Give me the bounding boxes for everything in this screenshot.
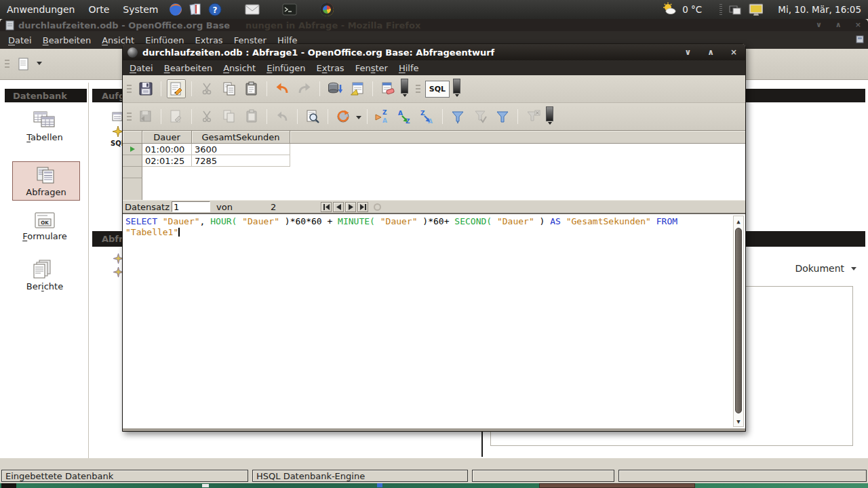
autofilter-button[interactable] [448, 107, 467, 126]
maximize-button[interactable]: ∧ [835, 19, 842, 31]
refresh-dropdown[interactable] [356, 116, 361, 122]
document-window-icon[interactable] [856, 35, 864, 43]
sidebar-item-abfragen[interactable]: Abfragen [12, 161, 80, 201]
menu-item-datei[interactable]: Datei [124, 61, 159, 75]
window-resize-edge[interactable] [123, 428, 745, 431]
distro-logo-icon[interactable] [319, 2, 334, 17]
menu-item-datei[interactable]: Datei [3, 33, 37, 47]
redo-button[interactable] [295, 79, 314, 98]
toolbar-separator [297, 109, 298, 124]
toolbar-grip[interactable] [127, 85, 132, 94]
refresh-button[interactable] [334, 107, 353, 126]
sql-editor[interactable]: SELECT "Dauer", HOUR( "Dauer" )*60*60 + … [123, 213, 745, 428]
menu-item-system[interactable]: System [116, 0, 165, 19]
sql-scrollbar[interactable]: ▲ ▼ [733, 216, 744, 427]
save-button[interactable] [136, 79, 155, 98]
cut-button[interactable] [197, 107, 216, 126]
undo-data-button[interactable] [273, 107, 292, 126]
close-button[interactable]: × [855, 19, 861, 31]
menu-item-bearbeiten[interactable]: Bearbeiten [37, 33, 96, 47]
chevron-down-icon [851, 267, 856, 273]
sql-view-button[interactable]: SQL [425, 81, 450, 98]
new-document-dropdown[interactable] [37, 61, 42, 68]
edit-data-button[interactable] [167, 107, 186, 126]
menu-item-bearbeiten[interactable]: Bearbeiten [159, 61, 218, 75]
scrollbar-thumb[interactable] [735, 228, 742, 413]
column-header-dauer[interactable]: Dauer [142, 131, 192, 143]
record-number-input[interactable] [172, 201, 210, 212]
query-design-titlebar[interactable]: durchlaufzeiten.odb : Abfrage1 - OpenOff… [123, 44, 745, 60]
last-record-button[interactable] [357, 202, 368, 212]
queries-icon [34, 166, 58, 185]
sort-descending-button[interactable]: ZA [418, 107, 437, 126]
toolbar-grip[interactable] [5, 60, 9, 68]
sort-ascending-button[interactable]: AZ [395, 107, 414, 126]
apply-filter-button[interactable] [471, 107, 490, 126]
new-document-button[interactable] [14, 55, 33, 74]
toolbar-overflow-dropdown[interactable] [453, 79, 460, 99]
menu-item-anwendungen[interactable]: Anwendungen [0, 0, 81, 19]
scroll-up-icon[interactable]: ▲ [734, 216, 743, 226]
row-header[interactable] [123, 167, 142, 178]
remove-filter-button[interactable] [524, 107, 542, 126]
sidebar-item-tabellen[interactable]: Tabellen [9, 110, 80, 142]
mail-icon[interactable] [245, 2, 260, 17]
window-selector-icon[interactable] [728, 2, 743, 17]
sidebar-item-berichte[interactable]: Berichte [9, 259, 80, 291]
menu-item-einfugen[interactable]: Einfügen [261, 61, 311, 75]
menu-item-hilfe[interactable]: Hilfe [393, 61, 425, 75]
clock-label[interactable]: Mi, 10. Mär, 16:05 [778, 4, 861, 15]
base-main-titlebar[interactable]: durchlaufzeiten.odb - OpenOffice.org Bas… [0, 19, 868, 31]
toolbar-overflow-dropdown[interactable] [546, 106, 553, 127]
menu-item-orte[interactable]: Orte [81, 0, 116, 19]
scroll-down-icon[interactable]: ▼ [734, 416, 743, 426]
save-record-button[interactable] [136, 107, 155, 126]
maximize-button[interactable]: ∧ [707, 44, 714, 60]
weather-icon[interactable] [662, 2, 677, 17]
previous-record-button[interactable] [333, 202, 344, 212]
toolbar-overflow-dropdown[interactable] [401, 79, 408, 99]
record-nav-buttons [321, 201, 381, 214]
cut-button[interactable] [197, 79, 216, 98]
statusbar: Eingebettete Datenbank HSQL Datenbank-En… [0, 469, 868, 483]
display-icon[interactable] [748, 2, 763, 17]
column-header-gesamtsekunden[interactable]: GesamtSekunden [192, 131, 290, 143]
paste-button[interactable] [242, 107, 261, 126]
menu-item-fenster[interactable]: Fenster [350, 61, 393, 75]
copy-button[interactable] [220, 107, 239, 126]
minimize-button[interactable]: ∨ [816, 19, 822, 31]
temperature-label[interactable]: 0 °C [682, 4, 702, 15]
undo-button[interactable] [273, 79, 292, 98]
next-record-button[interactable] [345, 202, 356, 212]
grid-corner[interactable] [123, 131, 142, 143]
documents-icon[interactable] [188, 2, 203, 17]
find-record-button[interactable] [303, 107, 322, 126]
toolbar-grip[interactable] [416, 85, 420, 94]
sidebar-item-formulare[interactable]: OK Formulare [9, 211, 80, 241]
close-button[interactable]: × [730, 44, 737, 60]
standard-filter-button[interactable] [493, 107, 512, 126]
row-header[interactable] [123, 144, 142, 155]
help-icon[interactable]: ? [208, 2, 222, 17]
toolbar-grip[interactable] [127, 113, 132, 121]
minimize-button[interactable]: ∨ [684, 44, 691, 60]
design-preview-button[interactable] [348, 79, 367, 98]
grid-cell[interactable]: 01:00:00 [142, 144, 192, 155]
row-header[interactable] [123, 155, 142, 167]
paste-button[interactable] [242, 79, 261, 98]
copy-button[interactable] [220, 79, 239, 98]
menu-item-extras[interactable]: Extras [311, 61, 350, 75]
grid-cell[interactable]: 3600 [192, 144, 290, 155]
panel-handle [719, 4, 722, 15]
design-view-toggle-button[interactable] [167, 79, 186, 98]
terminal-icon[interactable] [282, 2, 297, 17]
first-record-button[interactable] [321, 202, 332, 212]
firefox-icon[interactable] [168, 2, 183, 17]
run-query-button[interactable] [326, 79, 344, 98]
document-dropdown[interactable]: Dokument [791, 260, 856, 277]
sort-button[interactable]: ZA [373, 107, 392, 126]
grid-cell[interactable]: 02:01:25 [142, 155, 192, 167]
menu-item-ansicht[interactable]: Ansicht [218, 61, 261, 75]
clear-query-button[interactable] [378, 79, 397, 98]
grid-cell[interactable]: 7285 [192, 155, 290, 167]
